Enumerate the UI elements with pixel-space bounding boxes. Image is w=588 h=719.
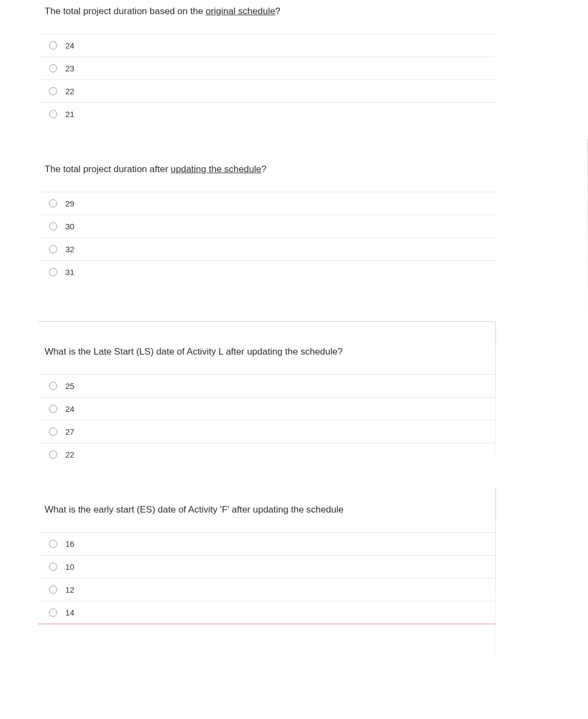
radio-icon <box>49 450 57 459</box>
question-1-option-1[interactable]: 24 <box>38 34 495 57</box>
question-1-text: The total project duration based on the … <box>45 5 495 17</box>
question-4-text: What is the early start (ES) date of Act… <box>45 504 495 516</box>
question-3-option-2[interactable]: 24 <box>38 398 495 421</box>
question-2-option-2[interactable]: 30 <box>38 215 495 238</box>
option-label: 22 <box>65 450 75 459</box>
question-1-option-4[interactable]: 21 <box>38 103 495 125</box>
radio-icon <box>49 87 57 95</box>
question-4-option-3[interactable]: 12 <box>38 578 495 601</box>
radio-icon <box>49 608 57 617</box>
question-1-option-3[interactable]: 22 <box>38 80 495 103</box>
question-3: What is the Late Start (LS) date of Acti… <box>38 321 495 466</box>
question-2-options: 29 30 32 31 <box>38 192 495 283</box>
radio-icon <box>49 428 57 436</box>
question-1-prefix: The total project duration based on the <box>45 6 206 16</box>
radio-icon <box>49 268 57 276</box>
radio-icon <box>49 540 57 548</box>
option-label: 24 <box>65 404 75 413</box>
question-4-prefix: What is the early start (ES) date of Act… <box>45 504 344 515</box>
question-4-option-1[interactable]: 16 <box>38 533 495 556</box>
question-3-option-4[interactable]: 22 <box>38 443 495 466</box>
question-1-underline: original schedule <box>206 6 275 16</box>
radio-icon <box>49 405 57 413</box>
question-2-text: The total project duration after updatin… <box>45 163 495 175</box>
option-label: 16 <box>65 539 75 549</box>
question-2: The total project duration after updatin… <box>38 163 495 283</box>
radio-icon <box>49 41 57 50</box>
question-4: What is the early start (ES) date of Act… <box>38 504 495 624</box>
question-3-option-1[interactable]: 25 <box>38 375 495 398</box>
option-label: 22 <box>65 87 75 96</box>
question-4-options: 16 10 12 14 <box>38 532 495 624</box>
radio-icon <box>49 586 57 594</box>
question-1-suffix: ? <box>275 6 280 16</box>
question-2-suffix: ? <box>261 164 266 174</box>
question-1-option-2[interactable]: 23 <box>38 57 495 80</box>
question-2-prefix: The total project duration after <box>45 164 171 174</box>
option-label: 30 <box>65 222 75 231</box>
radio-icon <box>49 222 57 230</box>
question-1-options: 24 23 22 21 <box>38 34 495 125</box>
question-3-option-3[interactable]: 27 <box>38 421 495 443</box>
question-4-option-4[interactable]: 14 <box>38 601 495 624</box>
question-4-option-2[interactable]: 10 <box>38 556 495 578</box>
radio-icon <box>49 110 57 118</box>
option-label: 27 <box>65 427 75 436</box>
radio-icon <box>49 64 57 72</box>
radio-icon <box>49 382 57 390</box>
option-label: 24 <box>65 41 75 50</box>
option-label: 14 <box>65 608 75 617</box>
question-2-underline: updating the schedule <box>171 164 261 174</box>
radio-icon <box>49 199 57 208</box>
question-2-option-3[interactable]: 32 <box>38 238 495 261</box>
option-label: 25 <box>65 381 75 391</box>
question-2-option-4[interactable]: 31 <box>38 261 495 283</box>
radio-icon <box>49 245 57 253</box>
option-label: 21 <box>65 109 75 119</box>
option-label: 23 <box>65 64 75 73</box>
option-label: 32 <box>65 245 75 254</box>
option-label: 12 <box>65 585 75 594</box>
question-3-options: 25 24 27 22 <box>38 374 495 466</box>
question-2-option-1[interactable]: 29 <box>38 192 495 215</box>
question-3-text: What is the Late Start (LS) date of Acti… <box>45 346 495 358</box>
option-label: 10 <box>65 562 75 571</box>
question-3-prefix: What is the Late Start (LS) date of Acti… <box>45 346 342 357</box>
divider-vertical <box>495 321 496 485</box>
option-label: 31 <box>65 267 75 277</box>
question-1: The total project duration based on the … <box>38 0 495 125</box>
radio-icon <box>49 563 57 571</box>
divider-vertical <box>495 488 496 694</box>
option-label: 29 <box>65 199 75 208</box>
